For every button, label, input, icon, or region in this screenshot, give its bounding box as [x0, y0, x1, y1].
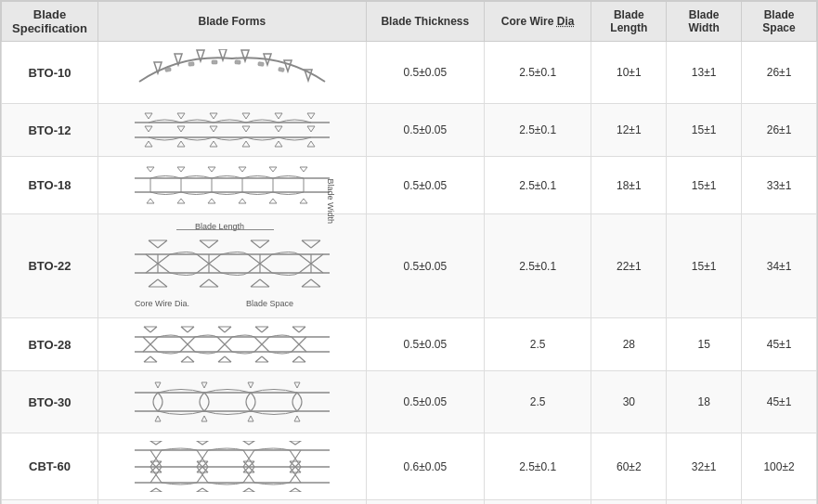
- blade-width-label: Blade Width: [326, 178, 335, 224]
- corewire-bto30: 2.5: [484, 371, 591, 433]
- header-corewire: Core Wire Dia: [484, 2, 591, 42]
- space-bto30: 45±1: [742, 371, 817, 433]
- header-forms: Blade Forms: [97, 2, 366, 42]
- corewire-cbt60: 2.5±0.1: [484, 433, 591, 500]
- width-cbt60: 32±1: [667, 433, 742, 500]
- corewire-bto22: 2.5±0.1: [484, 214, 591, 318]
- spec-bto30: BTO-30: [2, 371, 98, 433]
- thickness-bto22: 0.5±0.05: [366, 214, 484, 318]
- space-bto28: 45±1: [742, 318, 817, 371]
- table-row: BTO-22: [2, 214, 817, 318]
- width-bto12: 15±1: [667, 104, 742, 157]
- blade-space-label: Blade Space: [246, 299, 293, 308]
- blade-length-arrow: [176, 229, 274, 230]
- spec-bto10: BTO-10: [2, 42, 98, 104]
- svg-rect-4: [258, 62, 264, 67]
- space-bto10: 26±1: [742, 42, 817, 104]
- table-row: CBT-65: [2, 500, 817, 505]
- thickness-bto18: 0.5±0.05: [366, 157, 484, 214]
- width-bto10: 13±1: [667, 42, 742, 104]
- length-cbt60: 60±2: [591, 433, 667, 500]
- svg-rect-1: [188, 62, 194, 67]
- corewire-bto18: 2.5±0.1: [484, 157, 591, 214]
- header-row: Blade Specification Blade Forms Blade Th…: [2, 2, 817, 42]
- length-bto10: 10±1: [591, 42, 667, 104]
- space-bto12: 26±1: [742, 104, 817, 157]
- spec-cbt60: CBT-60: [2, 433, 98, 500]
- blade-form-bto12: [97, 104, 366, 157]
- blade-form-bto22: Blade Length Blade Width Core Wire Dia. …: [97, 214, 366, 318]
- spec-bto22: BTO-22: [2, 214, 98, 318]
- blade-form-cbt60: [97, 433, 366, 500]
- thickness-bto12: 0.5±0.05: [366, 104, 484, 157]
- bto12-svg: [130, 111, 334, 149]
- svg-rect-5: [279, 67, 285, 71]
- space-cbt60: 100±2: [742, 433, 817, 500]
- length-bto12: 12±1: [591, 104, 667, 157]
- blade-spec-table: Blade Specification Blade Forms Blade Th…: [1, 1, 817, 504]
- length-bto18: 18±1: [591, 157, 667, 214]
- table-row: BTO-30: [2, 371, 817, 433]
- spec-cbt65: CBT-65: [2, 500, 98, 505]
- core-wire-dia-label: Core Wire Dia.: [135, 299, 189, 308]
- header-length: BladeLength: [591, 2, 667, 42]
- thickness-cbt65: 0.6±0.05: [366, 500, 484, 505]
- spec-bto28: BTO-28: [2, 318, 98, 371]
- blade-form-bto30: [97, 371, 366, 433]
- bto30-svg: [130, 379, 334, 425]
- table-row: BTO-18: [2, 157, 817, 214]
- width-cbt65: 21±1: [667, 500, 742, 505]
- thickness-bto30: 0.5±0.05: [366, 371, 484, 433]
- corewire-bto10: 2.5±0.1: [484, 42, 591, 104]
- space-bto18: 33±1: [742, 157, 817, 214]
- header-space: BladeSpace: [742, 2, 817, 42]
- blade-form-bto10: [97, 42, 366, 104]
- header-width: BladeWidth: [667, 2, 742, 42]
- thickness-bto10: 0.5±0.05: [366, 42, 484, 104]
- spec-bto18: BTO-18: [2, 157, 98, 214]
- corewire-bto12: 2.5±0.1: [484, 104, 591, 157]
- table-row: BTO-10: [2, 42, 817, 104]
- corewire-bto28: 2.5: [484, 318, 591, 371]
- corewire-cbt65: 2.5±0.1: [484, 500, 591, 505]
- length-bto28: 28: [591, 318, 667, 371]
- bto28-svg: [130, 326, 334, 363]
- svg-rect-3: [235, 60, 240, 65]
- main-table-container: Blade Specification Blade Forms Blade Th…: [0, 0, 818, 504]
- table-row: CBT-60: [2, 433, 817, 500]
- width-bto28: 15: [667, 318, 742, 371]
- bto22-svg: [125, 231, 339, 301]
- space-cbt65: 100±2: [742, 500, 817, 505]
- width-bto30: 18: [667, 371, 742, 433]
- cbt60-svg: [130, 441, 334, 492]
- svg-rect-0: [165, 68, 172, 72]
- space-bto22: 34±1: [742, 214, 817, 318]
- length-cbt65: 65±2: [591, 500, 667, 505]
- table-row: BTO-12: [2, 104, 817, 157]
- bto18-svg: [130, 164, 334, 206]
- blade-form-bto28: [97, 318, 366, 371]
- width-bto18: 15±1: [667, 157, 742, 214]
- length-bto30: 30: [591, 371, 667, 433]
- svg-rect-2: [212, 60, 217, 64]
- header-thickness: Blade Thickness: [366, 2, 484, 42]
- header-spec: Blade Specification: [2, 2, 98, 42]
- thickness-bto28: 0.5±0.05: [366, 318, 484, 371]
- length-bto22: 22±1: [591, 214, 667, 318]
- blade-form-cbt65: [97, 500, 366, 505]
- spec-bto12: BTO-12: [2, 104, 98, 157]
- table-row: BTO-28: [2, 318, 817, 371]
- width-bto22: 15±1: [667, 214, 742, 318]
- bto10-svg: [130, 49, 334, 96]
- thickness-cbt60: 0.6±0.05: [366, 433, 484, 500]
